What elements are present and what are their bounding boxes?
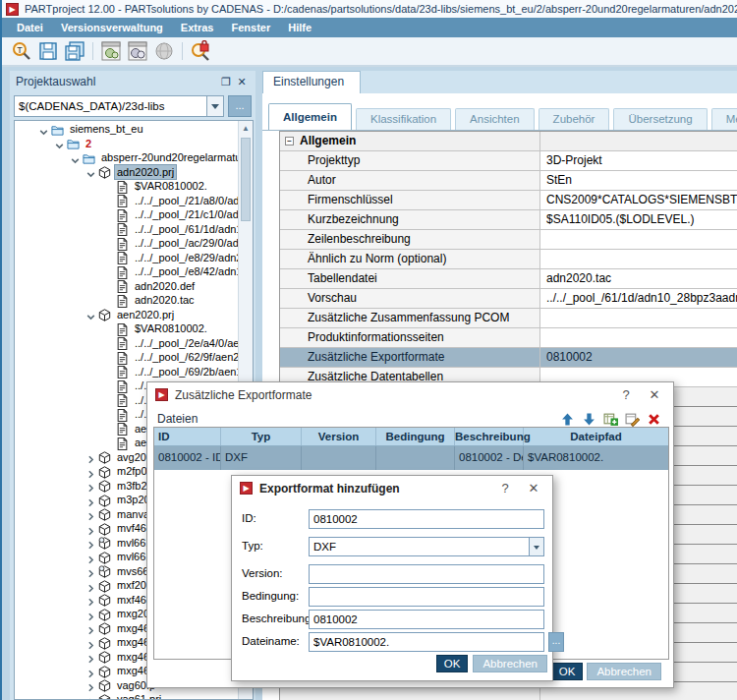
save-all-icon[interactable] bbox=[63, 39, 86, 63]
property-row-selected[interactable]: Zusätzliche Exportformate0810002 bbox=[280, 348, 737, 368]
ok-button[interactable]: OK bbox=[436, 655, 469, 672]
tree-item[interactable]: adn2020.def bbox=[15, 279, 238, 294]
cube-icon bbox=[98, 450, 113, 463]
help-button[interactable]: ? bbox=[615, 387, 637, 402]
dateiname-field[interactable] bbox=[309, 632, 544, 652]
chevron-right-icon bbox=[85, 679, 98, 690]
chevron-down-icon[interactable] bbox=[529, 538, 543, 555]
scrollbar-thumb[interactable] bbox=[241, 138, 251, 221]
project-preview-icon[interactable] bbox=[126, 39, 149, 63]
save-icon[interactable] bbox=[36, 39, 60, 63]
tab-ansichten[interactable]: Ansichten bbox=[455, 108, 535, 130]
property-row[interactable]: Projekttyp3D-Projekt bbox=[280, 151, 737, 171]
property-row[interactable]: Ähnlich zu Norm (optional) bbox=[280, 250, 737, 269]
move-down-icon[interactable] bbox=[579, 411, 598, 428]
tree-item[interactable]: aen2020.prj bbox=[15, 308, 238, 322]
chevron-right-icon bbox=[85, 609, 98, 619]
tree-item[interactable]: ../../_pool_/e8/42/adn1... bbox=[15, 264, 238, 279]
file-icon bbox=[116, 336, 131, 349]
property-row[interactable]: Produktinformationsseiten bbox=[280, 328, 737, 348]
chevron-right-icon bbox=[85, 565, 98, 576]
scrollbar-up-icon[interactable]: ▲ bbox=[239, 121, 253, 136]
column-header[interactable]: Dateipfad bbox=[524, 428, 668, 445]
move-up-icon[interactable] bbox=[557, 411, 577, 428]
chevron-right-icon bbox=[85, 622, 98, 633]
ok-button[interactable]: OK bbox=[551, 663, 584, 680]
tree-item[interactable]: ../../_pool_/62/9f/aen20... bbox=[15, 350, 238, 365]
property-row[interactable]: AutorStEn bbox=[280, 171, 737, 191]
add-entry-icon[interactable] bbox=[600, 411, 620, 428]
menu-versionsverwaltung[interactable]: Versionsverwaltung bbox=[52, 18, 172, 37]
close-button[interactable]: ✕ bbox=[644, 387, 665, 402]
menu-extras[interactable]: Extras bbox=[172, 18, 223, 37]
chevron-right-icon bbox=[85, 666, 98, 676]
tree-item[interactable]: ../../_pool_/2e/a4/0/aen... bbox=[15, 336, 238, 351]
column-header[interactable]: Typ bbox=[221, 428, 302, 445]
property-row[interactable]: FirmenschlüsselCNS2009*CATALOGS*SIEMENSB… bbox=[280, 191, 737, 210]
tree-item[interactable]: vag61.prj bbox=[15, 692, 238, 700]
property-row[interactable]: Vorschau../../_pool_/61/1d/adn10_28bpz3a… bbox=[280, 289, 737, 309]
doc-tab-strip: Einstellungen bbox=[262, 71, 737, 93]
delete-entry-icon[interactable] bbox=[644, 411, 663, 428]
tree-item[interactable]: ../../_pool_/ac/29/0/ad... bbox=[15, 236, 238, 251]
collapse-icon[interactable]: − bbox=[285, 137, 294, 146]
panel-maximize-button[interactable]: ❐ bbox=[218, 75, 234, 88]
tab-zubehoer[interactable]: Zubehör bbox=[539, 108, 610, 130]
typ-combobox[interactable] bbox=[309, 537, 544, 556]
tree-item[interactable]: ../../_pool_/21/a8/0/ad... bbox=[15, 194, 238, 208]
tree-item[interactable]: ../../_pool_/69/2b/aen1... bbox=[15, 365, 238, 379]
file-icon bbox=[116, 180, 131, 193]
tree-item-selected[interactable]: adn2020.prj bbox=[15, 165, 238, 180]
id-field[interactable] bbox=[309, 509, 544, 529]
tree-item[interactable]: 2 bbox=[15, 137, 238, 151]
panel-close-button[interactable]: ✕ bbox=[234, 75, 250, 88]
tree-item[interactable]: adn2020.tac bbox=[15, 293, 238, 308]
catalog-path-combobox[interactable]: $(CADENAS_DATA)/23d-libs bbox=[14, 95, 224, 117]
tree-item[interactable]: $VAR0810002. bbox=[15, 179, 238, 194]
chevron-right-icon bbox=[85, 537, 98, 548]
folder-icon bbox=[51, 123, 66, 136]
tab-klassifikation[interactable]: Klassifikation bbox=[356, 108, 451, 130]
column-header[interactable]: ID bbox=[154, 428, 221, 445]
tree-item[interactable]: $VAR0810002. bbox=[15, 321, 238, 336]
column-header[interactable]: Beschreibung bbox=[455, 428, 524, 445]
menu-hilfe[interactable]: Hilfe bbox=[279, 18, 320, 37]
browse-file-button[interactable]: ... bbox=[548, 632, 564, 652]
tree-item[interactable]: ../../_pool_/61/1d/adn1... bbox=[15, 222, 238, 237]
column-header[interactable]: Version bbox=[302, 428, 376, 445]
tab-media-variable[interactable]: Media Variable bbox=[711, 108, 737, 130]
cube-icon bbox=[98, 693, 113, 700]
tree-item[interactable]: ../../_pool_/21/c1/0/ad... bbox=[15, 207, 238, 222]
chevron-down-icon[interactable] bbox=[206, 96, 223, 116]
column-header[interactable]: Bedingung bbox=[376, 428, 455, 445]
close-button[interactable]: ✕ bbox=[523, 481, 544, 496]
beschreibung-field[interactable] bbox=[309, 610, 544, 629]
search-protected-icon[interactable] bbox=[189, 39, 212, 63]
catalog-path-row: $(CADENAS_DATA)/23d-libs ... bbox=[10, 92, 255, 118]
property-row[interactable]: Kurzbezeichnung$SA110ID05.($LODLEVEL.) bbox=[280, 210, 737, 230]
tree-item[interactable]: ../../_pool_/e8/29/adn2... bbox=[15, 251, 238, 265]
tab-uebersetzung[interactable]: Übersetzung bbox=[613, 108, 707, 130]
chevron-down-icon bbox=[85, 309, 98, 320]
edit-entry-icon[interactable] bbox=[622, 411, 642, 428]
menu-fenster[interactable]: Fenster bbox=[222, 18, 279, 37]
tree-item[interactable]: absperr-20und20regelarmaturen bbox=[15, 150, 238, 165]
cancel-button[interactable]: Abbrechen bbox=[587, 663, 661, 680]
bedingung-field[interactable] bbox=[309, 587, 544, 607]
table-row-selected[interactable]: 0810002 - ID DXF 0810002 - Desc $VAR0810… bbox=[154, 446, 668, 470]
browse-button[interactable]: ... bbox=[228, 95, 252, 117]
tab-allgemein[interactable]: Allgemein bbox=[268, 103, 352, 130]
main-toolbar: T bbox=[2, 37, 737, 67]
cancel-button[interactable]: Abbrechen bbox=[473, 655, 547, 672]
tree-item[interactable]: siemens_bt_eu bbox=[15, 122, 238, 137]
property-row[interactable]: Zusätzliche Zusammenfassung PCOM bbox=[280, 309, 737, 328]
tab-einstellungen[interactable]: Einstellungen bbox=[262, 71, 361, 93]
property-group-row[interactable]: −Allgemein bbox=[280, 132, 737, 151]
property-row[interactable]: Zeilenbeschreibung bbox=[280, 230, 737, 250]
version-field[interactable] bbox=[309, 564, 544, 584]
zoom-text-icon[interactable]: T bbox=[10, 39, 33, 63]
help-button[interactable]: ? bbox=[494, 481, 516, 496]
project-settings-icon[interactable] bbox=[99, 39, 123, 63]
menu-datei[interactable]: Datei bbox=[8, 18, 52, 37]
property-row[interactable]: Tabellendateiadn2020.tac bbox=[280, 269, 737, 289]
